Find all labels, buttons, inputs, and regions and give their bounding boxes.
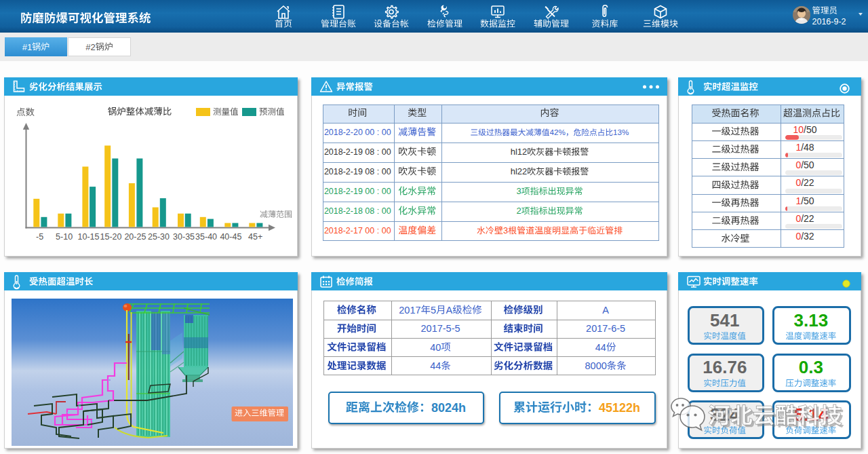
svg-text:15-20: 15-20: [100, 232, 122, 242]
svg-text:42%: 42%: [550, 128, 566, 136]
svg-text:35-40: 35-40: [195, 232, 217, 242]
svg-text:3: 3: [516, 186, 521, 196]
svg-text:/50: /50: [801, 195, 814, 206]
svg-text:3.13: 3.13: [794, 310, 829, 330]
svg-text:/48: /48: [801, 142, 814, 153]
svg-text:40: 40: [430, 342, 441, 353]
svg-text:20-25: 20-25: [124, 232, 146, 242]
svg-text:0: 0: [795, 159, 801, 170]
svg-text:541: 541: [710, 310, 739, 330]
svg-text:/32: /32: [801, 231, 814, 242]
svg-text:40-45: 40-45: [220, 232, 241, 242]
svg-text:/50: /50: [801, 159, 814, 170]
svg-text:10: 10: [793, 124, 804, 135]
svg-text:2017-5-5: 2017-5-5: [421, 323, 460, 334]
svg-text:#2: #2: [85, 42, 95, 52]
svg-text:2017-6-5: 2017-6-5: [586, 323, 625, 334]
svg-text:A: A: [602, 305, 609, 316]
svg-text:30-35: 30-35: [173, 232, 195, 242]
svg-text:2: 2: [516, 206, 521, 216]
svg-text:8024h: 8024h: [431, 401, 466, 415]
svg-text:2018-2-19 08 : 00: 2018-2-19 08 : 00: [324, 167, 391, 176]
svg-text:44: 44: [595, 342, 606, 353]
svg-text:#1: #1: [22, 42, 32, 52]
svg-text:3: 3: [503, 225, 508, 235]
svg-text:2018-2-19 00 : 00: 2018-2-19 00 : 00: [324, 187, 391, 196]
svg-text:/22: /22: [801, 177, 814, 188]
svg-text:13%: 13%: [613, 128, 629, 136]
svg-text:2018-2-19 08 : 00: 2018-2-19 08 : 00: [324, 147, 391, 157]
svg-text:0: 0: [795, 177, 801, 188]
svg-text:2016-9-2: 2016-9-2: [812, 17, 846, 26]
svg-text:16.76: 16.76: [703, 357, 747, 377]
svg-text:2018-2-17 00 : 00: 2018-2-17 00 : 00: [324, 226, 391, 235]
svg-text:1: 1: [795, 195, 801, 206]
svg-text:A: A: [446, 305, 453, 316]
svg-text:/50: /50: [804, 124, 817, 135]
svg-text:1: 1: [795, 142, 801, 153]
svg-text:5: 5: [431, 305, 436, 316]
svg-text:hl12: hl12: [511, 147, 528, 157]
svg-text:2018-2-18 08 : 00: 2018-2-18 08 : 00: [324, 206, 391, 216]
svg-text:hl22: hl22: [511, 166, 528, 176]
svg-text:45+: 45+: [248, 232, 262, 242]
svg-text:2018-2-20 00 : 00: 2018-2-20 00 : 00: [324, 128, 391, 137]
svg-text:5-10: 5-10: [56, 232, 73, 242]
svg-text:25-30: 25-30: [148, 232, 170, 242]
svg-text:8000: 8000: [585, 360, 607, 371]
svg-text:/22: /22: [801, 213, 814, 224]
svg-text:0: 0: [795, 213, 801, 224]
svg-text:10-15: 10-15: [78, 232, 100, 242]
svg-text:0: 0: [795, 231, 801, 242]
svg-text:44: 44: [430, 360, 441, 371]
svg-text:0.3: 0.3: [799, 357, 823, 377]
svg-text:2017: 2017: [399, 305, 420, 316]
svg-text:45122h: 45122h: [599, 401, 640, 415]
svg-text:-5: -5: [36, 232, 43, 242]
